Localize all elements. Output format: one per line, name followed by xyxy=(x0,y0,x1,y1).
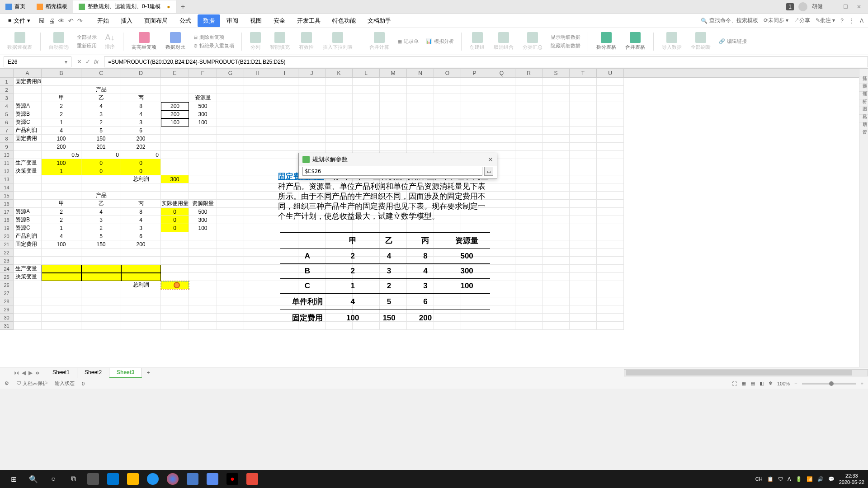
cell-B10[interactable]: 0.5 xyxy=(42,151,81,159)
tab-home[interactable]: 首页 xyxy=(0,0,31,13)
cell-B3[interactable]: 甲 xyxy=(42,94,81,102)
side-图表[interactable]: 图表 xyxy=(859,99,868,107)
col-header-I[interactable]: I xyxy=(271,69,298,77)
row-header-17[interactable]: 17 xyxy=(0,208,13,216)
cell-C17[interactable]: 4 xyxy=(81,208,121,216)
dialog-close-button[interactable]: ✕ xyxy=(488,156,493,163)
preview-icon[interactable]: 👁 xyxy=(58,17,65,24)
cell-C5[interactable]: 3 xyxy=(81,110,121,118)
row-header-24[interactable]: 24 xyxy=(0,265,13,273)
solver-target-input[interactable] xyxy=(302,167,482,176)
cell-B8[interactable]: 100 xyxy=(42,135,81,143)
col-header-C[interactable]: C xyxy=(81,69,121,77)
cell-D18[interactable]: 4 xyxy=(121,216,161,224)
cell-A7[interactable]: 产品利润 xyxy=(14,127,42,135)
refresh-all-button[interactable]: 全部刷新 xyxy=(688,31,713,52)
cell-E5[interactable]: 200 xyxy=(161,110,189,118)
row-header-28[interactable]: 28 xyxy=(0,297,13,305)
cell-E13[interactable]: 300 xyxy=(161,175,189,183)
name-box[interactable]: E26▾ xyxy=(4,56,71,67)
row-header-8[interactable]: 8 xyxy=(0,135,13,143)
cell-D10[interactable]: 0 xyxy=(121,151,161,159)
cell-D8[interactable]: 200 xyxy=(121,135,161,143)
start-button[interactable]: ⊞ xyxy=(4,471,24,487)
cell-B25[interactable] xyxy=(42,273,81,281)
autofilter-button[interactable]: 自动筛选 xyxy=(46,31,71,52)
undo-icon[interactable]: ↶ xyxy=(68,17,74,24)
row-header-22[interactable]: 22 xyxy=(0,249,13,257)
zoom-thumb[interactable] xyxy=(829,381,834,386)
freeze-icon[interactable]: ❄ xyxy=(769,380,773,386)
print-icon[interactable]: 🖨 xyxy=(48,17,55,24)
cell-E19[interactable]: 0 xyxy=(161,224,189,232)
zoom-level[interactable]: 100% xyxy=(777,381,790,386)
subtotal-button[interactable]: 分类汇总 xyxy=(520,31,545,52)
cell-F4[interactable]: 500 xyxy=(189,102,217,110)
col-header-E[interactable]: E xyxy=(161,69,189,77)
cell-B18[interactable]: 2 xyxy=(42,216,81,224)
cell-C2[interactable]: 产品 xyxy=(81,86,121,94)
data-compare-button[interactable]: 数据对比 xyxy=(163,31,188,52)
notification-badge[interactable]: 1 xyxy=(786,3,794,10)
showdetail-button[interactable]: 显示明细数据 xyxy=(549,33,582,41)
col-header-R[interactable]: R xyxy=(515,69,542,77)
cell-F17[interactable]: 500 xyxy=(189,208,217,216)
side-风格[interactable]: 风格 xyxy=(859,107,868,115)
ungroup-button[interactable]: 取消组合 xyxy=(491,31,516,52)
row-header-10[interactable]: 10 xyxy=(0,151,13,159)
minimize-button[interactable]: ― xyxy=(827,4,836,10)
col-header-F[interactable]: F xyxy=(189,69,217,77)
volume-icon[interactable]: 🔊 xyxy=(817,476,824,482)
comment-button[interactable]: ✎批注 ▾ xyxy=(816,17,835,24)
search-button[interactable]: 🔍 xyxy=(24,471,43,487)
cell-D11[interactable]: 0 xyxy=(121,159,161,167)
tray-icon-1[interactable]: 📋 xyxy=(767,476,774,482)
command-search[interactable]: 🔍 查找命令、搜索模板 xyxy=(701,17,758,24)
taskbar-edge[interactable] xyxy=(103,471,123,487)
action-center-icon[interactable]: 💬 xyxy=(828,476,835,482)
pivot-table-button[interactable]: 数据透视表 xyxy=(5,31,35,52)
cell-D7[interactable]: 6 xyxy=(121,127,161,135)
first-sheet-icon[interactable]: ⏮ xyxy=(14,370,19,376)
taskbar-app-2[interactable] xyxy=(143,471,163,487)
cell-D16[interactable]: 丙 xyxy=(121,200,161,208)
fx-icon[interactable]: fx xyxy=(94,58,99,65)
taskbar-chrome[interactable] xyxy=(163,471,183,487)
cell-C3[interactable]: 乙 xyxy=(81,94,121,102)
row-header-30[interactable]: 30 xyxy=(0,314,13,322)
row-header-16[interactable]: 16 xyxy=(0,200,13,208)
cell-D24[interactable] xyxy=(121,265,161,273)
row-header-20[interactable]: 20 xyxy=(0,232,13,240)
col-header-G[interactable]: G xyxy=(217,69,244,77)
taskbar-explorer[interactable] xyxy=(123,471,143,487)
cell-A4[interactable]: 资源A xyxy=(14,102,42,110)
cell-A18[interactable]: 资源B xyxy=(14,216,42,224)
select-all-corner[interactable] xyxy=(0,69,14,78)
col-header-A[interactable]: A xyxy=(14,69,42,77)
cell-A6[interactable]: 资源C xyxy=(14,118,42,127)
sync-status[interactable]: ⟳未同步 ▾ xyxy=(764,17,788,24)
cell-B9[interactable]: 200 xyxy=(42,143,81,151)
cell-C25[interactable] xyxy=(81,273,121,281)
tray-expand-icon[interactable]: ᐱ xyxy=(788,476,791,482)
expand-dialog-button[interactable]: ▭ xyxy=(484,167,493,176)
cell-C9[interactable]: 201 xyxy=(81,143,121,151)
cell-C12[interactable]: 0 xyxy=(81,167,121,175)
cell-B20[interactable]: 4 xyxy=(42,232,81,240)
collapse-ribbon-icon[interactable]: ᐱ xyxy=(860,18,863,24)
cell-B17[interactable]: 2 xyxy=(42,208,81,216)
col-header-B[interactable]: B xyxy=(42,69,81,77)
cell-B11[interactable]: 100 xyxy=(42,159,81,167)
cell-F18[interactable]: 300 xyxy=(189,216,217,224)
row-header-9[interactable]: 9 xyxy=(0,143,13,151)
cell-C20[interactable]: 5 xyxy=(81,232,121,240)
row-header-5[interactable]: 5 xyxy=(0,110,13,118)
reading-view-icon[interactable]: ◧ xyxy=(760,380,764,386)
more-icon[interactable]: ⋮ xyxy=(849,18,854,24)
zoom-out-button[interactable]: − xyxy=(794,381,797,386)
dropdown-button[interactable]: 插入下拉列表 xyxy=(320,31,355,52)
share-button[interactable]: ↗分享 xyxy=(794,17,810,24)
cell-C19[interactable]: 2 xyxy=(81,224,121,232)
col-header-M[interactable]: M xyxy=(380,69,407,77)
cell-D5[interactable]: 4 xyxy=(121,110,161,118)
